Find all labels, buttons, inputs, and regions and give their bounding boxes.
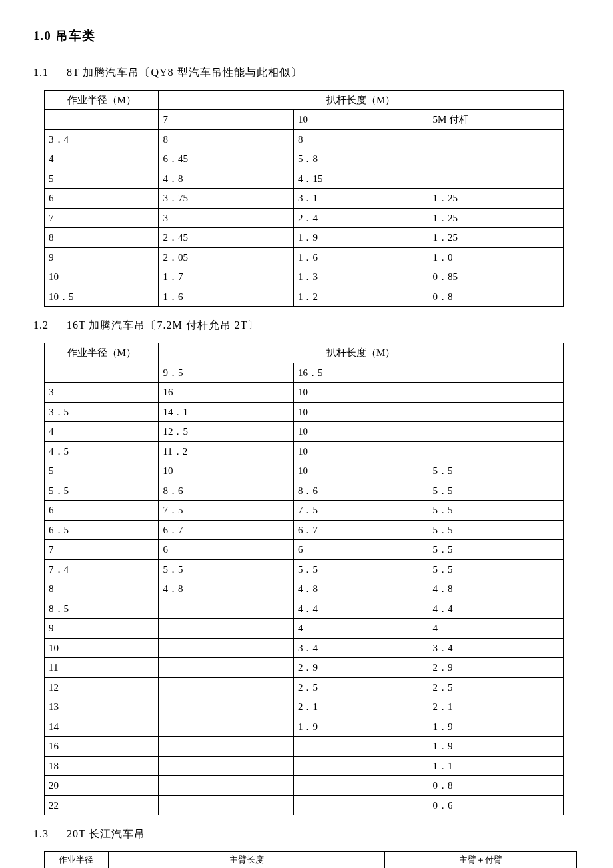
- table-cell: 1．9: [293, 717, 428, 737]
- table-cell: 3．4: [45, 129, 159, 149]
- table-row: 7665．5: [45, 540, 564, 560]
- table-cell: 1．25: [428, 228, 564, 248]
- table-cell: 6．7: [159, 520, 294, 540]
- table-cell: 20: [45, 776, 159, 796]
- subhead: 5M 付杆: [428, 110, 564, 130]
- table-cell: 2．5: [428, 677, 564, 697]
- table-cell: 7．5: [293, 501, 428, 521]
- table-row: 82．451．91．25: [45, 228, 564, 248]
- table-cell: 0．8: [428, 776, 564, 796]
- table-cell: 3．4: [293, 638, 428, 658]
- table-cell: 8．5: [45, 599, 159, 619]
- table-cell: 1．25: [428, 208, 564, 228]
- table-cell: 4．4: [428, 599, 564, 619]
- col-radius-header: 作业半径（M）: [45, 343, 159, 363]
- table-cell: 10: [293, 461, 428, 481]
- table-row: 5．58．68．65．5: [45, 481, 564, 501]
- table-cell: 5．5: [428, 501, 564, 521]
- subhead: 9．5: [159, 363, 294, 383]
- table-row: 84．84．84．8: [45, 579, 564, 599]
- table-cell: 5．5: [293, 559, 428, 579]
- table-cell: 1．0: [428, 247, 564, 267]
- table-cell: 1．9: [293, 228, 428, 248]
- col-boom-header: 扒杆长度（M）: [159, 90, 564, 110]
- table-subheader-row: 7 10 5M 付杆: [45, 110, 564, 130]
- table-20t: 作业半径 主臂长度 主臂＋付臂: [44, 851, 577, 868]
- table-cell: [428, 441, 564, 461]
- table-row: 92．051．61．0: [45, 247, 564, 267]
- table-cell: 3: [159, 208, 294, 228]
- table-row: 944: [45, 619, 564, 639]
- table-cell: 4: [428, 619, 564, 639]
- table-cell: 4．8: [428, 579, 564, 599]
- table-row: 122．52．5: [45, 677, 564, 697]
- table-row: 732．41．25: [45, 208, 564, 228]
- table-cell: 4．8: [159, 579, 294, 599]
- heading-section-3: 1.3 20T 长江汽车吊: [33, 826, 580, 842]
- table-cell: [159, 795, 294, 815]
- heading-section-1: 1.1 8T 加腾汽车吊〔QY8 型汽车吊性能与此相似〕: [33, 65, 580, 81]
- table-cell: [159, 776, 294, 796]
- table-cell: 3: [45, 383, 159, 403]
- table-cell: 2．9: [428, 658, 564, 678]
- table-cell: 8: [45, 228, 159, 248]
- table-row: 4．511．210: [45, 441, 564, 461]
- empty-cell: [45, 363, 159, 383]
- table-cell: [428, 402, 564, 422]
- table-cell: 8: [45, 579, 159, 599]
- table-cell: [159, 599, 294, 619]
- table-cell: [428, 383, 564, 403]
- table-cell: 1．2: [293, 287, 428, 307]
- table-cell: 14: [45, 717, 159, 737]
- table-cell: 7．4: [45, 559, 159, 579]
- table-cell: 11: [45, 658, 159, 678]
- section-number: 1.3: [33, 826, 49, 842]
- table-cell: 5．5: [428, 481, 564, 501]
- col-radius-header: 作业半径: [45, 852, 109, 869]
- table-cell: 10: [293, 402, 428, 422]
- table-row: 31610: [45, 383, 564, 403]
- table-cell: 6: [159, 540, 294, 560]
- table-cell: [159, 658, 294, 678]
- table-cell: 4．4: [293, 599, 428, 619]
- col-mainarm-header: 主臂长度: [108, 852, 384, 869]
- table-cell: 6．45: [159, 149, 294, 169]
- section-number: 1.1: [33, 65, 49, 81]
- subhead: 7: [159, 110, 294, 130]
- table-cell: 7．5: [159, 501, 294, 521]
- table-cell: 10: [159, 461, 294, 481]
- table-cell: 5: [45, 169, 159, 189]
- table-cell: [428, 149, 564, 169]
- table-row: 220．6: [45, 795, 564, 815]
- table-cell: [159, 619, 294, 639]
- table-cell: 4．8: [159, 169, 294, 189]
- table-cell: 18: [45, 756, 159, 776]
- col-auxarm-header: 主臂＋付臂: [385, 852, 577, 869]
- table-cell: [428, 129, 564, 149]
- table-row: 46．455．8: [45, 149, 564, 169]
- table-row: 3．488: [45, 129, 564, 149]
- table-row: 7．45．55．55．5: [45, 559, 564, 579]
- table-cell: 5．8: [293, 149, 428, 169]
- table-cell: [159, 697, 294, 717]
- table-cell: 7: [45, 208, 159, 228]
- table-cell: 5．5: [159, 559, 294, 579]
- table-row: 112．92．9: [45, 658, 564, 678]
- table-cell: 3．1: [293, 189, 428, 209]
- table-cell: 3．5: [45, 402, 159, 422]
- table-cell: 10: [45, 267, 159, 287]
- table-cell: 1．1: [428, 756, 564, 776]
- table-header-row: 作业半径 主臂长度 主臂＋付臂: [45, 852, 577, 869]
- table-cell: [293, 795, 428, 815]
- table-cell: 2．9: [293, 658, 428, 678]
- table-row: 54．84．15: [45, 169, 564, 189]
- table-cell: 16: [159, 383, 294, 403]
- table-cell: [428, 169, 564, 189]
- table-cell: 13: [45, 697, 159, 717]
- table-16t: 作业半径（M） 扒杆长度（M） 9．5 16．5 316103．514．1104…: [44, 343, 564, 815]
- table-row: 63．753．11．25: [45, 189, 564, 209]
- table-cell: [293, 737, 428, 757]
- table-header-row: 作业半径（M） 扒杆长度（M）: [45, 90, 564, 110]
- table-cell: 4: [45, 149, 159, 169]
- table-cell: 5．5: [428, 540, 564, 560]
